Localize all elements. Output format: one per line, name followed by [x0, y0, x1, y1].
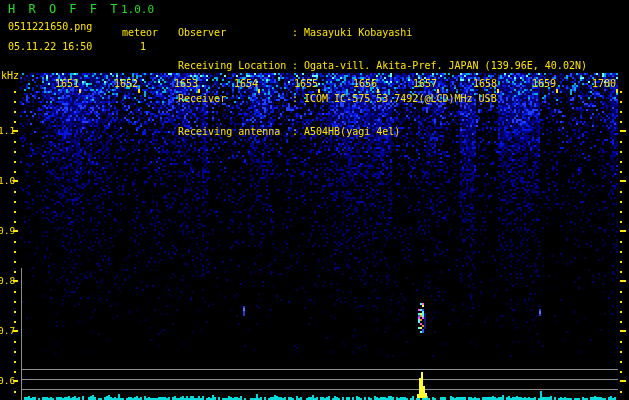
info-row: Receiving Location:Ogata-vill. Akita-Pre… [178, 60, 587, 71]
freq-tick-label: 0.8 [0, 275, 14, 285]
time-tick-label: 1653 [158, 78, 198, 89]
info-colon: : [292, 60, 304, 71]
time-tick-label: 1658 [457, 78, 497, 89]
hrofft-screen: H R O F F T 1.0.0 0511221650.png meteor … [0, 0, 629, 400]
khz-unit-label: kHz [1, 70, 19, 81]
info-row: Observer:Masayuki Kobayashi [178, 27, 587, 38]
app-title: H R O F F T [8, 2, 120, 16]
echo-count: 1 [140, 41, 146, 52]
time-tick-label: 1656 [337, 78, 377, 89]
time-tick-label: 1659 [516, 78, 556, 89]
info-value: A504HB(yagi 4el) [304, 126, 400, 137]
time-tick-label: 1651 [39, 78, 79, 89]
info-label: Receiver [178, 93, 292, 104]
time-tick-label: 1652 [98, 78, 138, 89]
time-tick-label: 1700 [576, 78, 616, 89]
mode-label: meteor [122, 27, 158, 38]
version-label: 1.0.0 [121, 3, 154, 16]
info-label: Receiving Location [178, 60, 292, 71]
info-value: Masayuki Kobayashi [304, 27, 412, 38]
info-value: Ogata-vill. Akita-Pref. JAPAN (139.96E, … [304, 60, 587, 71]
time-tick-label: 1655 [278, 78, 318, 89]
freq-tick-label: 1.0 [0, 175, 14, 185]
info-value: ICOM IC-575 53.7492(@LCD)MHz USB [304, 93, 497, 104]
time-tick-label: 1657 [397, 78, 437, 89]
freq-tick-label: 1.1 [0, 125, 14, 135]
freq-tick-label: 0.7 [0, 325, 14, 335]
freq-tick-label: 0.9 [0, 225, 14, 235]
info-row: Receiving antenna:A504HB(yagi 4el) [178, 126, 587, 137]
info-colon: : [292, 27, 304, 38]
datetime-label: 05.11.22 16:50 [8, 41, 92, 52]
info-colon: : [292, 93, 304, 104]
info-label: Receiving antenna [178, 126, 292, 137]
info-row: Receiver:ICOM IC-575 53.7492(@LCD)MHz US… [178, 93, 587, 104]
freq-tick-label: 0.6 [0, 375, 14, 385]
info-label: Observer [178, 27, 292, 38]
filename-label: 0511221650.png [8, 21, 92, 32]
info-colon: : [292, 126, 304, 137]
time-tick-label: 1654 [218, 78, 258, 89]
